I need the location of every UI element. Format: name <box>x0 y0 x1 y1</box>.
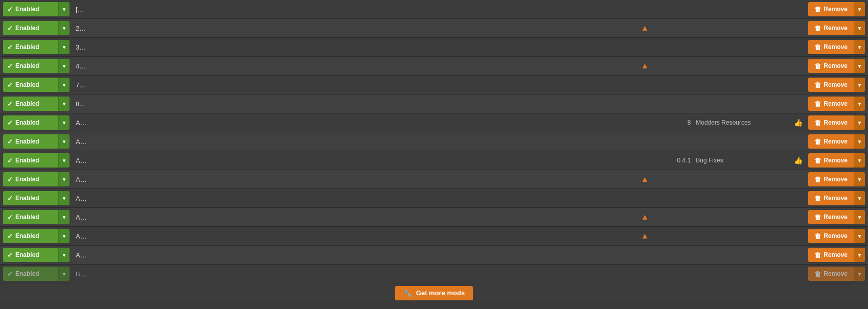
remove-button[interactable]: 🗑Remove <box>808 21 854 35</box>
enabled-button[interactable]: ✓Enabled <box>3 21 58 35</box>
remove-dropdown-button[interactable]: ▼ <box>854 97 865 111</box>
enabled-label: Enabled <box>15 176 39 183</box>
remove-button[interactable]: 🗑Remove <box>808 191 854 205</box>
remove-button[interactable]: 🗑Remove <box>808 115 854 130</box>
remove-dropdown-button[interactable]: ▼ <box>854 21 865 35</box>
enabled-dropdown-button[interactable]: ▼ <box>58 210 70 224</box>
remove-dropdown-button[interactable]: ▼ <box>854 78 865 92</box>
remove-button[interactable]: 🗑Remove <box>808 210 854 224</box>
enabled-dropdown-button[interactable]: ▼ <box>58 134 70 149</box>
enabled-dropdown-button[interactable]: ▼ <box>58 2 70 16</box>
remove-dropdown-button[interactable]: ▼ <box>854 191 865 205</box>
enabled-button[interactable]: ✓Enabled <box>3 210 58 224</box>
enabled-dropdown-button[interactable]: ▼ <box>58 172 70 186</box>
enabled-dropdown-button[interactable]: ▼ <box>58 21 70 35</box>
remove-label: Remove <box>824 25 848 32</box>
warning-icon: ▲ <box>634 212 655 222</box>
remove-dropdown-button[interactable]: ▼ <box>854 267 865 281</box>
enabled-button[interactable]: ✓Enabled <box>3 97 58 111</box>
chevron-down-icon: ▼ <box>857 233 862 239</box>
remove-dropdown-button[interactable]: ▼ <box>854 115 865 130</box>
remove-button[interactable]: 🗑Remove <box>808 134 854 149</box>
remove-button-group: 🗑Remove▼ <box>808 191 865 205</box>
remove-button[interactable]: 🗑Remove <box>808 153 854 168</box>
remove-button[interactable]: 🗑Remove <box>808 59 854 73</box>
enabled-dropdown-button[interactable]: ▼ <box>58 248 70 262</box>
get-more-label: Get more mods <box>416 289 465 297</box>
remove-dropdown-button[interactable]: ▼ <box>854 229 865 243</box>
enabled-button[interactable]: ✓Enabled <box>3 115 58 130</box>
enabled-button[interactable]: ✓Enabled <box>3 248 58 262</box>
trash-icon: 🗑 <box>814 270 821 278</box>
remove-label: Remove <box>824 6 848 13</box>
enabled-dropdown-button[interactable]: ▼ <box>58 59 70 73</box>
enabled-dropdown-button[interactable]: ▼ <box>58 40 70 54</box>
remove-dropdown-button[interactable]: ▼ <box>854 153 865 168</box>
enabled-label: Enabled <box>15 25 39 32</box>
chevron-down-icon: ▼ <box>857 139 862 145</box>
trash-icon: 🗑 <box>814 138 821 146</box>
remove-dropdown-button[interactable]: ▼ <box>854 134 865 149</box>
chevron-down-icon: ▼ <box>857 101 862 107</box>
enabled-button[interactable]: ✓Enabled <box>3 172 58 186</box>
remove-dropdown-button[interactable]: ▼ <box>854 40 865 54</box>
enabled-dropdown-button[interactable]: ▼ <box>58 153 70 168</box>
enabled-button[interactable]: ✓Enabled <box>3 229 58 243</box>
remove-button[interactable]: 🗑Remove <box>808 267 854 281</box>
checkmark-icon: ✓ <box>7 119 13 127</box>
version-label: 0.4.1 <box>655 157 696 164</box>
enabled-dropdown-button[interactable]: ▼ <box>58 267 70 281</box>
enabled-dropdown-button[interactable]: ▼ <box>58 78 70 92</box>
enabled-button[interactable]: ✓Enabled <box>3 267 58 281</box>
enabled-button[interactable]: ✓Enabled <box>3 134 58 149</box>
mod-list: ✓Enabled▼[NIND] CBBE Bloodmage.zip🗑Remov… <box>0 0 868 283</box>
warning-icon: ▲ <box>634 175 655 184</box>
remove-dropdown-button[interactable]: ▼ <box>854 59 865 73</box>
trash-icon: 🗑 <box>814 213 821 221</box>
remove-button[interactable]: 🗑Remove <box>808 229 854 243</box>
chevron-down-icon: ▼ <box>62 26 67 31</box>
enabled-button[interactable]: ✓Enabled <box>3 191 58 205</box>
get-more-mods-button[interactable]: 🔧 Get more mods <box>395 286 473 300</box>
remove-dropdown-button[interactable]: ▼ <box>854 2 865 16</box>
table-row: ✓Enabled▼891921229_BakaFactorySLALAnimat… <box>0 94 868 113</box>
checkmark-icon: ✓ <box>7 232 13 240</box>
remove-dropdown-button[interactable]: ▼ <box>854 248 865 262</box>
mod-name: 3BA for MME.zip <box>76 43 93 51</box>
enabled-button[interactable]: ✓Enabled <box>3 153 58 168</box>
enabled-label: Enabled <box>15 157 39 164</box>
remove-label: Remove <box>824 157 848 164</box>
remove-button[interactable]: 🗑Remove <box>808 2 854 16</box>
trash-icon: 🗑 <box>814 195 821 202</box>
mod-name: AnimatedParasites_SE_0.1.5.3.3.7z <box>76 138 93 146</box>
remove-button-group: 🗑Remove▼ <box>808 210 865 224</box>
mod-name: 264896596_MissivesPorn2.03.7z <box>76 25 93 32</box>
enabled-button[interactable]: ✓Enabled <box>3 59 58 73</box>
table-row: ✓Enabled▼Apropos2 Database Update▲🗑Remov… <box>0 170 868 189</box>
remove-button[interactable]: 🗑Remove <box>808 172 854 186</box>
enabled-dropdown-button[interactable]: ▼ <box>58 229 70 243</box>
table-row: ✓Enabled▼Address Library for SKSE Plugin… <box>0 113 868 132</box>
enabled-dropdown-button[interactable]: ▼ <box>58 97 70 111</box>
chevron-down-icon: ▼ <box>857 7 862 12</box>
remove-button[interactable]: 🗑Remove <box>808 97 854 111</box>
remove-dropdown-button[interactable]: ▼ <box>854 210 865 224</box>
enabled-button[interactable]: ✓Enabled <box>3 78 58 92</box>
thumbs-up-icon: 👍 <box>788 118 808 127</box>
mod-name: [NIND] CBBE Bloodmage.zip <box>76 6 93 13</box>
enabled-button[interactable]: ✓Enabled <box>3 40 58 54</box>
remove-button-group: 🗑Remove▼ <box>808 248 865 262</box>
mod-name: 431710689_CumAlchemyRemasteredv1.6.6LE.7… <box>76 62 93 70</box>
enabled-dropdown-button[interactable]: ▼ <box>58 115 70 130</box>
remove-button[interactable]: 🗑Remove <box>808 40 854 54</box>
remove-dropdown-button[interactable]: ▼ <box>854 172 865 186</box>
chevron-down-icon: ▼ <box>857 26 862 31</box>
mod-name: Apropos2NonConEdit1.0.8.7z <box>76 213 93 221</box>
chevron-down-icon: ▼ <box>857 271 862 277</box>
enabled-button[interactable]: ✓Enabled <box>3 2 58 16</box>
enabled-dropdown-button[interactable]: ▼ <box>58 191 70 205</box>
remove-button[interactable]: 🗑Remove <box>808 78 854 92</box>
enabled-label: Enabled <box>15 43 39 51</box>
checkmark-icon: ✓ <box>7 81 13 89</box>
remove-button[interactable]: 🗑Remove <box>808 248 854 262</box>
